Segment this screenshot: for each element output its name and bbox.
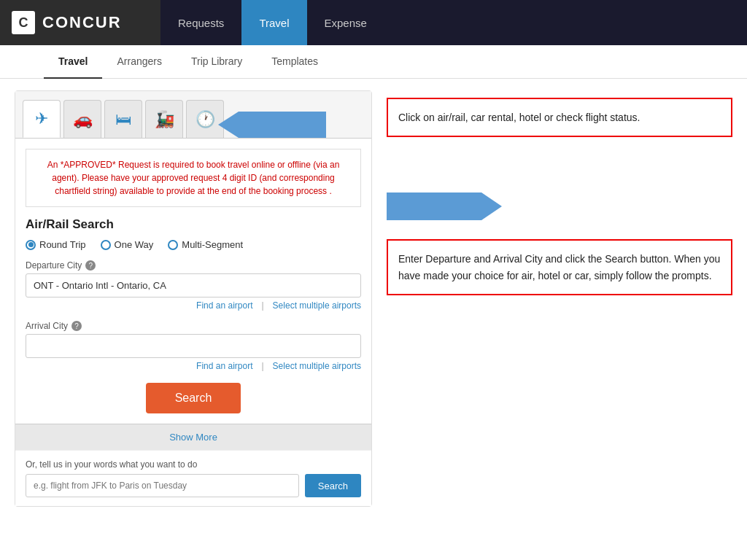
- logo-area: C CONCUR: [0, 0, 160, 45]
- radio-dot-multi-segment: [168, 240, 178, 250]
- radio-multi-segment[interactable]: Multi-Segment: [168, 239, 243, 250]
- nav-item-travel[interactable]: Travel: [241, 0, 306, 45]
- link-separator-2: |: [261, 361, 263, 371]
- logo-icon: C: [12, 11, 35, 34]
- clock-icon: 🕐: [196, 110, 215, 129]
- bottom-search-button[interactable]: Search: [305, 474, 361, 497]
- arrival-city-label: Arrival City ?: [26, 321, 361, 331]
- arrival-select-multiple-link[interactable]: Select multiple airports: [273, 361, 361, 371]
- trip-type-group: Round Trip One Way Multi-Segment: [26, 239, 361, 250]
- bottom-input-row: Search: [26, 474, 361, 497]
- show-more-bar[interactable]: Show More: [15, 424, 371, 450]
- blue-arrow-left: [387, 192, 481, 220]
- nav-item-requests[interactable]: Requests: [160, 0, 241, 45]
- natural-language-input[interactable]: [26, 474, 299, 497]
- departure-city-input[interactable]: [26, 273, 361, 298]
- nav-items: Requests Travel Expense: [160, 0, 384, 45]
- left-panel: ✈ 🚗 🛏 🚂 🕐 An *APPROVED* Request: [15, 90, 372, 507]
- annotation-top: Click on air/rail, car rental, hotel or …: [387, 98, 732, 137]
- select-multiple-airports-link[interactable]: Select multiple airports: [273, 300, 361, 311]
- departure-city-label: Departure City ?: [26, 260, 361, 271]
- tab-air-rail[interactable]: ✈: [23, 100, 61, 138]
- departure-links: Find an airport | Select multiple airpor…: [26, 300, 361, 311]
- section-title: Air/Rail Search: [26, 217, 361, 232]
- alert-text: An *APPROVED* Request is required to boo…: [47, 160, 340, 196]
- right-panel: Click on air/rail, car rental, hotel or …: [387, 90, 732, 507]
- link-separator-1: |: [261, 300, 263, 311]
- bottom-label: Or, tell us in your words what you want …: [26, 459, 361, 470]
- hotel-icon: 🛏: [115, 110, 131, 129]
- alert-box: An *APPROVED* Request is required to boo…: [26, 149, 361, 207]
- tab-hotel[interactable]: 🛏: [104, 100, 142, 138]
- bottom-area: Or, tell us in your words what you want …: [15, 450, 371, 506]
- arrival-links: Find an airport | Select multiple airpor…: [26, 361, 361, 371]
- radio-one-way[interactable]: One Way: [101, 239, 154, 250]
- sub-nav-trip-library[interactable]: Trip Library: [177, 45, 257, 79]
- air-rail-icon: ✈: [35, 109, 48, 128]
- form-area: An *APPROVED* Request is required to boo…: [15, 138, 371, 424]
- radio-dot-one-way: [101, 240, 111, 250]
- radio-round-trip[interactable]: Round Trip: [26, 239, 86, 250]
- find-airport-link[interactable]: Find an airport: [196, 300, 252, 311]
- car-icon: 🚗: [73, 110, 93, 129]
- main-layout: ✈ 🚗 🛏 🚂 🕐 An *APPROVED* Request: [0, 79, 747, 518]
- annotation-bottom: Enter Departure and Arrival City and cli…: [387, 239, 732, 295]
- blue-arrow-right: [239, 112, 326, 138]
- sub-navigation: Travel Arrangers Trip Library Templates: [0, 45, 747, 79]
- train-icon: 🚂: [155, 110, 174, 129]
- sub-nav-templates[interactable]: Templates: [257, 45, 333, 79]
- departure-help-icon[interactable]: ?: [85, 260, 96, 271]
- search-button[interactable]: Search: [146, 383, 241, 413]
- radio-dot-round-trip: [26, 240, 36, 250]
- sub-nav-travel[interactable]: Travel: [44, 45, 102, 79]
- app-name: CONCUR: [42, 13, 122, 32]
- arrival-find-airport-link[interactable]: Find an airport: [196, 361, 252, 371]
- sub-nav-arrangers[interactable]: Arrangers: [102, 45, 176, 79]
- logo-char: C: [19, 15, 28, 31]
- arrival-city-input[interactable]: [26, 334, 361, 358]
- tab-car-rental[interactable]: 🚗: [63, 100, 101, 138]
- arrow-left-container: [387, 192, 732, 220]
- arrow-container: [239, 112, 326, 138]
- arrival-help-icon[interactable]: ?: [71, 321, 82, 331]
- top-navigation: C CONCUR Requests Travel Expense: [0, 0, 747, 45]
- icon-tabs: ✈ 🚗 🛏 🚂 🕐: [15, 91, 371, 138]
- nav-item-expense[interactable]: Expense: [307, 0, 384, 45]
- tab-train[interactable]: 🚂: [145, 100, 183, 138]
